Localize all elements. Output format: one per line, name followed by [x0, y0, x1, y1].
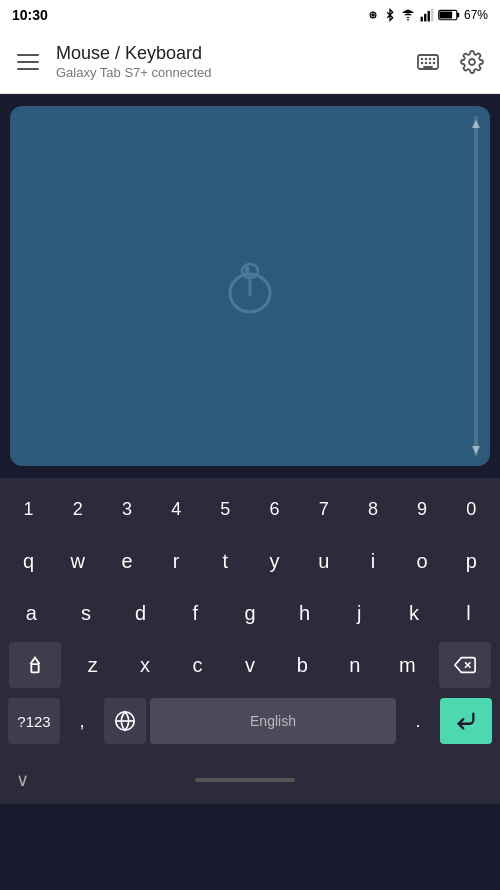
settings-button[interactable]: [452, 42, 492, 82]
svg-rect-3: [421, 17, 423, 22]
key-g[interactable]: g: [229, 590, 271, 636]
key-2[interactable]: 2: [57, 486, 99, 532]
key-s[interactable]: s: [65, 590, 107, 636]
globe-icon: [114, 710, 136, 732]
key-1[interactable]: 1: [8, 486, 50, 532]
battery-percent: 67%: [464, 8, 488, 22]
bottom-row: ?123 , English .: [4, 694, 496, 748]
backspace-icon: [453, 654, 477, 676]
svg-rect-24: [245, 266, 249, 273]
signal-icon: [420, 8, 434, 22]
svg-rect-25: [32, 664, 39, 672]
key-a[interactable]: a: [10, 590, 52, 636]
page-subtitle: Galaxy Tab S7+ connected: [56, 65, 408, 80]
settings-icon: [460, 50, 484, 74]
gesture-pill: [195, 778, 295, 782]
key-q[interactable]: q: [8, 538, 50, 584]
key-v[interactable]: v: [229, 642, 271, 688]
shift-icon: [24, 654, 46, 676]
key-9[interactable]: 9: [401, 486, 443, 532]
wifi-icon: [400, 8, 416, 22]
key-j[interactable]: j: [338, 590, 380, 636]
status-icons: 67%: [366, 8, 488, 22]
key-b[interactable]: b: [281, 642, 323, 688]
key-k[interactable]: k: [393, 590, 435, 636]
page-title: Mouse / Keyboard: [56, 43, 408, 65]
key-y[interactable]: y: [254, 538, 296, 584]
key-p[interactable]: p: [450, 538, 492, 584]
key-f[interactable]: f: [174, 590, 216, 636]
key-4[interactable]: 4: [155, 486, 197, 532]
svg-rect-4: [424, 14, 426, 22]
bluetooth-icon: [384, 8, 396, 22]
svg-rect-6: [431, 9, 433, 22]
hamburger-line-1: [17, 54, 39, 56]
key-h[interactable]: h: [284, 590, 326, 636]
key-5[interactable]: 5: [204, 486, 246, 532]
scroll-down-arrow: ▼: [469, 442, 483, 456]
backspace-key[interactable]: [439, 642, 491, 688]
scroll-up-arrow: ▲: [469, 116, 483, 130]
title-area: Mouse / Keyboard Galaxy Tab S7+ connecte…: [48, 43, 408, 80]
zxcv-row: z x c v b n m: [4, 642, 496, 688]
menu-button[interactable]: [8, 42, 48, 82]
shift-key[interactable]: [9, 642, 61, 688]
key-0[interactable]: 0: [450, 486, 492, 532]
key-m[interactable]: m: [386, 642, 428, 688]
gesture-area: ∨: [0, 756, 500, 804]
qwerty-row: q w e r t y u i o p: [4, 538, 496, 584]
key-x[interactable]: x: [124, 642, 166, 688]
svg-point-20: [469, 59, 475, 65]
key-c[interactable]: c: [177, 642, 219, 688]
enter-key[interactable]: [440, 698, 492, 744]
svg-point-2: [407, 19, 409, 21]
key-t[interactable]: t: [204, 538, 246, 584]
key-e[interactable]: e: [106, 538, 148, 584]
key-u[interactable]: u: [303, 538, 345, 584]
mouse-icon: [225, 254, 275, 319]
svg-rect-8: [457, 13, 459, 18]
svg-rect-5: [428, 11, 430, 22]
status-time: 10:30: [12, 7, 48, 23]
hamburger-line-3: [17, 68, 39, 70]
trackpad[interactable]: ▲ ▼: [10, 106, 490, 466]
asdf-row: a s d f g h j k l: [4, 590, 496, 636]
key-o[interactable]: o: [401, 538, 443, 584]
key-n[interactable]: n: [334, 642, 376, 688]
enter-icon: [454, 710, 478, 732]
key-3[interactable]: 3: [106, 486, 148, 532]
collapse-chevron[interactable]: ∨: [16, 769, 29, 791]
keyboard: 1 2 3 4 5 6 7 8 9 0 q w e r t y u i o p …: [0, 478, 500, 756]
key-7[interactable]: 7: [303, 486, 345, 532]
comma-key[interactable]: ,: [64, 698, 100, 744]
key-8[interactable]: 8: [352, 486, 394, 532]
key-6[interactable]: 6: [254, 486, 296, 532]
app-bar-actions: [408, 42, 492, 82]
status-bar: 10:30: [0, 0, 500, 30]
key-w[interactable]: w: [57, 538, 99, 584]
key-i[interactable]: i: [352, 538, 394, 584]
number-row: 1 2 3 4 5 6 7 8 9 0: [4, 486, 496, 532]
space-label: English: [250, 713, 296, 729]
keyboard-button[interactable]: [408, 42, 448, 82]
hamburger-line-2: [17, 61, 39, 63]
numbers-key[interactable]: ?123: [8, 698, 60, 744]
space-key[interactable]: English: [150, 698, 396, 744]
key-z[interactable]: z: [72, 642, 114, 688]
key-l[interactable]: l: [448, 590, 490, 636]
app-bar: Mouse / Keyboard Galaxy Tab S7+ connecte…: [0, 30, 500, 94]
key-d[interactable]: d: [120, 590, 162, 636]
battery-icon: [438, 9, 460, 21]
svg-rect-9: [440, 11, 453, 18]
keyboard-icon: [416, 50, 440, 74]
key-r[interactable]: r: [155, 538, 197, 584]
globe-key[interactable]: [104, 698, 146, 744]
svg-point-1: [372, 14, 374, 16]
period-key[interactable]: .: [400, 698, 436, 744]
headset-icon: [366, 8, 380, 22]
trackpad-scrollbar: ▲ ▼: [474, 116, 478, 456]
